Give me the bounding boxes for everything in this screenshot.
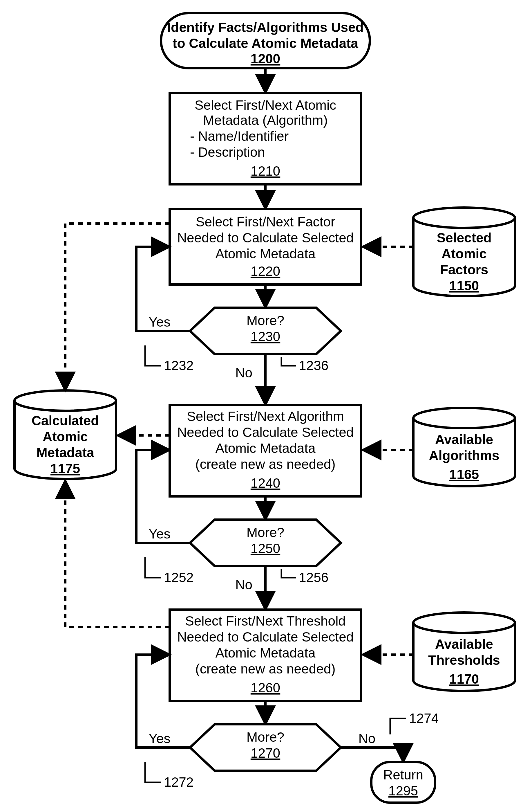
process-1220: Select First/Next Factor Needed to Calcu… [170, 209, 361, 285]
d1270-yes: Yes [149, 731, 170, 746]
cylinder-1165: Available Algorithms 1165 [413, 408, 515, 486]
callout-1272 [145, 762, 161, 782]
process-1210: Select First/Next Atomic Metadata (Algor… [170, 93, 361, 184]
c1165-l2: Algorithms [429, 448, 499, 463]
svg-point-10 [413, 408, 515, 428]
svg-point-12 [15, 390, 116, 411]
p1260-line1: Select First/Next Threshold [185, 613, 346, 628]
callout-1236 [281, 357, 296, 366]
d1270-yes-ref: 1272 [164, 774, 193, 790]
d1230-yes-ref: 1232 [164, 358, 193, 373]
p1210-line1: Select First/Next Atomic [195, 97, 336, 113]
start-line1: Identify Facts/Algorithms Used [167, 20, 363, 35]
start-line2: to Calculate Atomic Metadata [173, 36, 358, 51]
p1210-bullet2: - Description [190, 145, 265, 160]
callout-1232 [145, 345, 161, 366]
arrow-1270-no [341, 748, 403, 760]
cylinder-1175: Calculated Atomic Metadata 1175 [15, 390, 116, 479]
return-label: Return [383, 767, 423, 782]
d1250-ref: 1250 [251, 541, 280, 556]
p1210-line2: Metadata (Algorithm) [203, 113, 328, 128]
return-ref: 1295 [388, 783, 418, 798]
p1220-ref: 1220 [251, 263, 280, 279]
p1260-line2: Needed to Calculate Selected [177, 629, 354, 644]
d1230-no: No [235, 365, 252, 380]
p1240-line1: Select First/Next Algorithm [187, 409, 344, 424]
d1250-no: No [235, 577, 252, 592]
c1165-l1: Available [435, 432, 493, 447]
d1230-ref: 1230 [251, 329, 280, 344]
d1250-yes: Yes [149, 526, 170, 542]
c1150-l2: Atomic [441, 246, 487, 261]
c1175-l1: Calculated [32, 413, 99, 428]
dashed-1260-to-1175 [65, 482, 170, 627]
d1230-label: More? [247, 313, 284, 328]
p1220-line3: Atomic Metadata [215, 246, 316, 261]
c1175-l3: Metadata [36, 445, 94, 460]
d1250-no-ref: 1256 [299, 570, 328, 585]
p1220-line1: Select First/Next Factor [196, 214, 335, 229]
decision-1230: More? 1230 [190, 308, 341, 354]
p1220-line2: Needed to Calculate Selected [177, 230, 354, 245]
p1240-line3: Atomic Metadata [215, 441, 316, 456]
callout-1252 [145, 557, 161, 578]
d1270-no: No [359, 731, 376, 746]
p1240-line2: Needed to Calculate Selected [177, 425, 354, 440]
p1210-ref: 1210 [251, 163, 280, 179]
d1270-ref: 1270 [251, 746, 280, 760]
c1175-ref: 1175 [51, 461, 80, 476]
svg-point-11 [413, 612, 515, 633]
p1240-line4: (create new as needed) [195, 457, 335, 472]
p1240-ref: 1240 [251, 476, 280, 491]
callout-1274 [390, 718, 406, 734]
terminator-return: Return 1295 [371, 762, 435, 803]
c1170-ref: 1170 [449, 672, 479, 686]
c1165-ref: 1165 [449, 467, 479, 482]
p1260-line4: (create new as needed) [195, 661, 335, 676]
c1150-l1: Selected [437, 230, 491, 245]
c1150-ref: 1150 [449, 278, 479, 293]
p1210-bullet1: - Name/Identifier [190, 129, 289, 144]
start-ref: 1200 [251, 51, 280, 66]
c1150-l3: Factors [440, 262, 488, 277]
process-1240: Select First/Next Algorithm Needed to Ca… [170, 405, 361, 496]
d1250-label: More? [247, 525, 284, 540]
p1260-ref: 1260 [251, 680, 280, 695]
cylinder-1170: Available Thresholds 1170 [413, 612, 515, 691]
c1170-l1: Available [435, 637, 493, 652]
d1230-yes: Yes [149, 314, 170, 329]
decision-1250: More? 1250 [190, 520, 341, 566]
p1260-line3: Atomic Metadata [215, 645, 316, 660]
cylinder-1150: Selected Atomic Factors 1150 [413, 207, 515, 296]
d1230-no-ref: 1236 [299, 358, 328, 373]
c1170-l2: Thresholds [428, 653, 500, 668]
d1270-label: More? [247, 730, 284, 745]
terminator-start: Identify Facts/Algorithms Used to Calcul… [161, 13, 370, 68]
callout-1256 [281, 569, 296, 578]
d1270-no-ref: 1274 [409, 711, 439, 726]
d1250-yes-ref: 1252 [164, 570, 193, 585]
svg-point-9 [413, 207, 515, 228]
process-1260: Select First/Next Threshold Needed to Ca… [170, 610, 361, 701]
decision-1270: More? 1270 [190, 724, 341, 771]
c1175-l2: Atomic [43, 429, 88, 444]
dashed-1220-to-1175 [65, 223, 170, 389]
